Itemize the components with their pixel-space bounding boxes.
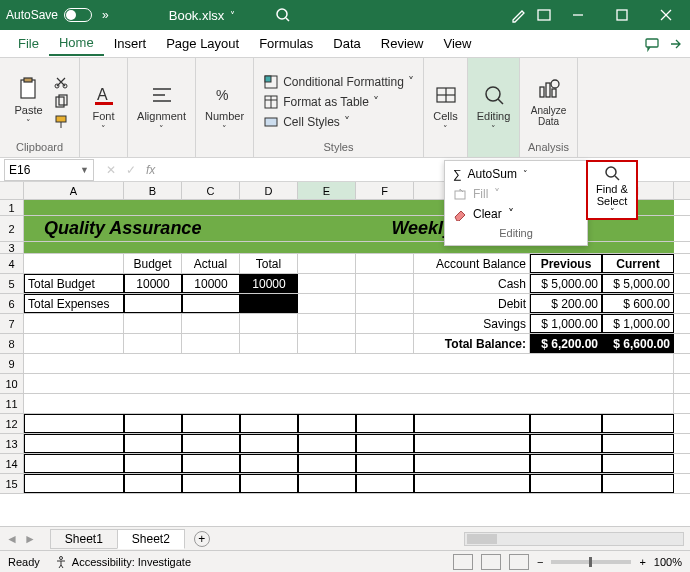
number-button[interactable]: % Number˅ bbox=[201, 80, 248, 136]
col-header-a[interactable]: A bbox=[24, 182, 124, 199]
toggle-switch[interactable] bbox=[64, 8, 92, 22]
enter-formula-icon[interactable]: ✓ bbox=[126, 163, 136, 177]
svg-rect-9 bbox=[24, 78, 32, 82]
page-break-view-button[interactable] bbox=[509, 554, 529, 570]
svg-point-30 bbox=[486, 87, 500, 101]
fx-icon[interactable]: fx bbox=[146, 163, 155, 177]
tab-file[interactable]: File bbox=[8, 32, 49, 55]
clipboard-label: Clipboard bbox=[16, 141, 63, 155]
sheet-tab-2[interactable]: Sheet2 bbox=[117, 529, 185, 549]
format-painter-icon[interactable] bbox=[53, 114, 69, 130]
name-box[interactable]: E16▼ bbox=[4, 159, 94, 181]
page-layout-view-button[interactable] bbox=[481, 554, 501, 570]
sheet-nav-next-icon[interactable]: ► bbox=[24, 532, 36, 546]
status-ready: Ready bbox=[8, 556, 40, 568]
title-bar: AutoSave » Book.xlsx ˅ bbox=[0, 0, 690, 30]
autosave-label: AutoSave bbox=[6, 8, 58, 22]
tab-view[interactable]: View bbox=[433, 32, 481, 55]
editing-button[interactable]: Editing˅ bbox=[473, 80, 515, 136]
svg-text:A: A bbox=[97, 86, 108, 103]
banner-left: Quality Assurance bbox=[44, 218, 201, 239]
zoom-slider[interactable] bbox=[551, 560, 631, 564]
alignment-label: Alignment bbox=[137, 110, 186, 122]
svg-rect-4 bbox=[617, 10, 627, 20]
number-label: Number bbox=[205, 110, 244, 122]
tab-review[interactable]: Review bbox=[371, 32, 434, 55]
tab-insert[interactable]: Insert bbox=[104, 32, 157, 55]
cut-icon[interactable] bbox=[53, 74, 69, 90]
sheet-tab-1[interactable]: Sheet1 bbox=[50, 529, 118, 549]
svg-point-39 bbox=[59, 556, 62, 559]
new-sheet-button[interactable]: + bbox=[194, 531, 210, 547]
copy-icon[interactable] bbox=[53, 94, 69, 110]
editing-dropdown-panel: ∑AutoSum ˅ Fill ˅ Clear ˅ Editing bbox=[444, 160, 588, 246]
file-name: Book.xlsx bbox=[169, 8, 225, 23]
editing-label: Editing bbox=[477, 110, 511, 122]
more-icon[interactable]: » bbox=[102, 8, 109, 22]
font-button[interactable]: A Font˅ bbox=[87, 80, 121, 136]
tab-pagelayout[interactable]: Page Layout bbox=[156, 32, 249, 55]
paste-label: Paste bbox=[14, 104, 42, 116]
filename-dropdown-icon[interactable]: ˅ bbox=[230, 10, 235, 21]
svg-rect-14 bbox=[56, 116, 66, 122]
horizontal-scrollbar[interactable] bbox=[464, 532, 684, 546]
autosum-button[interactable]: ∑AutoSum ˅ bbox=[453, 167, 579, 181]
svg-rect-2 bbox=[538, 10, 550, 20]
col-header-c[interactable]: C bbox=[182, 182, 240, 199]
select-all-cell[interactable] bbox=[0, 182, 24, 199]
analyze-data-button[interactable]: Analyze Data bbox=[527, 75, 571, 129]
fill-icon bbox=[453, 187, 467, 201]
col-header-d[interactable]: D bbox=[240, 182, 298, 199]
fill-button[interactable]: Fill ˅ bbox=[453, 187, 579, 201]
alignment-button[interactable]: Alignment˅ bbox=[133, 80, 190, 136]
clear-button[interactable]: Clear ˅ bbox=[453, 207, 579, 221]
zoom-out-button[interactable]: − bbox=[537, 556, 543, 568]
search-icon[interactable] bbox=[275, 7, 291, 23]
col-header-f[interactable]: F bbox=[356, 182, 414, 199]
analysis-label: Analysis bbox=[528, 141, 569, 155]
tab-data[interactable]: Data bbox=[323, 32, 370, 55]
editing-panel-label: Editing bbox=[453, 227, 579, 239]
cell-styles-button[interactable]: Cell Styles ˅ bbox=[263, 114, 350, 130]
comments-icon[interactable] bbox=[644, 36, 660, 52]
paste-button[interactable]: Paste ˅ bbox=[10, 74, 46, 130]
tab-home[interactable]: Home bbox=[49, 31, 104, 56]
sheet-tab-bar: ◄ ► Sheet1 Sheet2 + bbox=[0, 526, 690, 550]
styles-label: Styles bbox=[324, 141, 354, 155]
svg-rect-8 bbox=[21, 80, 35, 98]
zoom-in-button[interactable]: + bbox=[639, 556, 645, 568]
group-clipboard: Paste ˅ Clipboard bbox=[0, 58, 80, 157]
sheet-nav-prev-icon[interactable]: ◄ bbox=[6, 532, 18, 546]
maximize-button[interactable] bbox=[604, 0, 640, 30]
svg-rect-34 bbox=[552, 89, 556, 97]
tab-formulas[interactable]: Formulas bbox=[249, 32, 323, 55]
find-select-button[interactable]: Find & Select ˅ bbox=[586, 160, 638, 220]
svg-point-35 bbox=[551, 80, 559, 88]
format-as-table-button[interactable]: Format as Table ˅ bbox=[263, 94, 379, 110]
svg-rect-7 bbox=[646, 39, 658, 47]
pen-icon[interactable] bbox=[510, 6, 528, 24]
svg-rect-36 bbox=[455, 191, 465, 199]
cells-button[interactable]: Cells˅ bbox=[429, 80, 463, 136]
font-label: Font bbox=[92, 110, 114, 122]
svg-line-1 bbox=[286, 18, 289, 21]
zoom-level[interactable]: 100% bbox=[654, 556, 682, 568]
eraser-icon bbox=[453, 207, 467, 221]
col-header-e[interactable]: E bbox=[298, 182, 356, 199]
group-font: A Font˅ bbox=[80, 58, 128, 157]
conditional-formatting-button[interactable]: Conditional Formatting ˅ bbox=[263, 74, 414, 90]
col-header-b[interactable]: B bbox=[124, 182, 182, 199]
group-analysis: Analyze Data Analysis bbox=[520, 58, 578, 157]
group-styles: Conditional Formatting ˅ Format as Table… bbox=[254, 58, 424, 157]
group-number: % Number˅ bbox=[196, 58, 254, 157]
ribbon-display-icon[interactable] bbox=[536, 7, 552, 23]
cancel-formula-icon[interactable]: ✕ bbox=[106, 163, 116, 177]
normal-view-button[interactable] bbox=[453, 554, 473, 570]
svg-line-38 bbox=[615, 176, 619, 180]
minimize-button[interactable] bbox=[560, 0, 596, 30]
autosave-toggle[interactable]: AutoSave bbox=[6, 8, 92, 22]
accessibility-button[interactable]: Accessibility: Investigate bbox=[54, 555, 191, 569]
share-icon[interactable] bbox=[666, 36, 682, 52]
svg-point-0 bbox=[277, 9, 287, 19]
close-button[interactable] bbox=[648, 0, 684, 30]
